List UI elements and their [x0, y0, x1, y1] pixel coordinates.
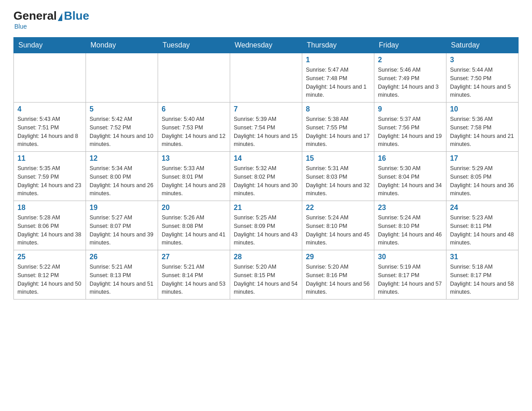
day-number: 27 [162, 253, 226, 261]
day-info: Sunrise: 5:20 AM Sunset: 8:16 PM Dayligh… [306, 263, 370, 296]
day-info: Sunrise: 5:19 AM Sunset: 8:17 PM Dayligh… [378, 263, 442, 296]
weekday-header-thursday: Thursday [302, 38, 374, 53]
day-number: 26 [90, 253, 154, 261]
calendar-cell: 9Sunrise: 5:37 AM Sunset: 7:56 PM Daylig… [374, 103, 446, 152]
calendar-cell: 26Sunrise: 5:21 AM Sunset: 8:13 PM Dayli… [86, 250, 158, 300]
calendar-cell: 6Sunrise: 5:40 AM Sunset: 7:53 PM Daylig… [158, 103, 230, 152]
calendar-cell: 12Sunrise: 5:34 AM Sunset: 8:00 PM Dayli… [86, 152, 158, 201]
logo-tagline: Blue [14, 23, 27, 30]
day-info: Sunrise: 5:18 AM Sunset: 8:17 PM Dayligh… [450, 263, 515, 296]
weekday-header-saturday: Saturday [446, 38, 519, 53]
calendar-cell: 18Sunrise: 5:28 AM Sunset: 8:06 PM Dayli… [14, 201, 86, 250]
calendar-cell: 30Sunrise: 5:19 AM Sunset: 8:17 PM Dayli… [374, 250, 446, 300]
day-number: 13 [162, 154, 226, 163]
calendar-cell: 8Sunrise: 5:38 AM Sunset: 7:55 PM Daylig… [302, 103, 374, 152]
day-info: Sunrise: 5:47 AM Sunset: 7:48 PM Dayligh… [306, 66, 370, 99]
day-number: 23 [378, 204, 442, 212]
day-number: 9 [378, 105, 442, 113]
calendar-cell: 24Sunrise: 5:23 AM Sunset: 8:11 PM Dayli… [446, 201, 519, 250]
day-info: Sunrise: 5:43 AM Sunset: 7:51 PM Dayligh… [17, 115, 82, 149]
day-info: Sunrise: 5:27 AM Sunset: 8:07 PM Dayligh… [90, 214, 154, 247]
day-number: 29 [306, 253, 370, 261]
calendar-cell: 15Sunrise: 5:31 AM Sunset: 8:03 PM Dayli… [302, 152, 374, 201]
day-number: 6 [162, 105, 226, 113]
calendar-cell: 1Sunrise: 5:47 AM Sunset: 7:48 PM Daylig… [302, 53, 374, 103]
day-info: Sunrise: 5:39 AM Sunset: 7:54 PM Dayligh… [234, 115, 298, 149]
calendar-cell: 31Sunrise: 5:18 AM Sunset: 8:17 PM Dayli… [446, 250, 519, 300]
day-info: Sunrise: 5:34 AM Sunset: 8:00 PM Dayligh… [90, 164, 154, 198]
calendar-cell: 2Sunrise: 5:46 AM Sunset: 7:49 PM Daylig… [374, 53, 446, 103]
day-info: Sunrise: 5:26 AM Sunset: 8:08 PM Dayligh… [162, 214, 226, 247]
day-info: Sunrise: 5:35 AM Sunset: 7:59 PM Dayligh… [17, 164, 82, 198]
calendar-cell: 11Sunrise: 5:35 AM Sunset: 7:59 PM Dayli… [14, 152, 86, 201]
day-number: 25 [17, 253, 82, 261]
calendar-cell [158, 53, 230, 103]
calendar: SundayMondayTuesdayWednesdayThursdayFrid… [13, 37, 519, 300]
day-info: Sunrise: 5:20 AM Sunset: 8:15 PM Dayligh… [234, 263, 298, 296]
week-row-3: 11Sunrise: 5:35 AM Sunset: 7:59 PM Dayli… [14, 152, 519, 201]
calendar-cell: 16Sunrise: 5:30 AM Sunset: 8:04 PM Dayli… [374, 152, 446, 201]
calendar-cell: 25Sunrise: 5:22 AM Sunset: 8:12 PM Dayli… [14, 250, 86, 300]
day-number: 1 [306, 56, 370, 64]
day-info: Sunrise: 5:40 AM Sunset: 7:53 PM Dayligh… [162, 115, 226, 149]
calendar-cell: 4Sunrise: 5:43 AM Sunset: 7:51 PM Daylig… [14, 103, 86, 152]
day-info: Sunrise: 5:25 AM Sunset: 8:09 PM Dayligh… [234, 214, 298, 247]
day-number: 21 [234, 204, 298, 212]
day-number: 12 [90, 154, 154, 163]
calendar-cell: 20Sunrise: 5:26 AM Sunset: 8:08 PM Dayli… [158, 201, 230, 250]
day-info: Sunrise: 5:46 AM Sunset: 7:49 PM Dayligh… [378, 66, 442, 99]
day-info: Sunrise: 5:28 AM Sunset: 8:06 PM Dayligh… [17, 214, 82, 247]
week-row-2: 4Sunrise: 5:43 AM Sunset: 7:51 PM Daylig… [14, 103, 519, 152]
calendar-cell: 14Sunrise: 5:32 AM Sunset: 8:02 PM Dayli… [230, 152, 302, 201]
weekday-header-wednesday: Wednesday [230, 38, 302, 53]
day-number: 10 [450, 105, 515, 113]
calendar-cell: 29Sunrise: 5:20 AM Sunset: 8:16 PM Dayli… [302, 250, 374, 300]
day-number: 22 [306, 204, 370, 212]
logo-general-text: General [13, 9, 57, 23]
day-info: Sunrise: 5:21 AM Sunset: 8:13 PM Dayligh… [90, 263, 154, 296]
calendar-cell: 10Sunrise: 5:36 AM Sunset: 7:58 PM Dayli… [446, 103, 519, 152]
weekday-header-row: SundayMondayTuesdayWednesdayThursdayFrid… [14, 38, 519, 53]
day-number: 30 [378, 253, 442, 261]
day-info: Sunrise: 5:24 AM Sunset: 8:10 PM Dayligh… [378, 214, 442, 247]
day-number: 20 [162, 204, 226, 212]
day-info: Sunrise: 5:44 AM Sunset: 7:50 PM Dayligh… [450, 66, 515, 99]
logo: General Blue Blue [13, 9, 89, 30]
day-number: 17 [450, 154, 515, 163]
day-number: 18 [17, 204, 82, 212]
day-info: Sunrise: 5:33 AM Sunset: 8:01 PM Dayligh… [162, 164, 226, 198]
calendar-cell: 21Sunrise: 5:25 AM Sunset: 8:09 PM Dayli… [230, 201, 302, 250]
day-info: Sunrise: 5:37 AM Sunset: 7:56 PM Dayligh… [378, 115, 442, 149]
day-number: 28 [234, 253, 298, 261]
day-number: 14 [234, 154, 298, 163]
day-info: Sunrise: 5:30 AM Sunset: 8:04 PM Dayligh… [378, 164, 442, 198]
day-info: Sunrise: 5:38 AM Sunset: 7:55 PM Dayligh… [306, 115, 370, 149]
calendar-cell [230, 53, 302, 103]
calendar-cell: 5Sunrise: 5:42 AM Sunset: 7:52 PM Daylig… [86, 103, 158, 152]
day-number: 7 [234, 105, 298, 113]
calendar-cell: 19Sunrise: 5:27 AM Sunset: 8:07 PM Dayli… [86, 201, 158, 250]
day-info: Sunrise: 5:22 AM Sunset: 8:12 PM Dayligh… [17, 263, 82, 296]
day-number: 5 [90, 105, 154, 113]
calendar-cell [14, 53, 86, 103]
day-info: Sunrise: 5:24 AM Sunset: 8:10 PM Dayligh… [306, 214, 370, 247]
calendar-cell: 28Sunrise: 5:20 AM Sunset: 8:15 PM Dayli… [230, 250, 302, 300]
day-info: Sunrise: 5:36 AM Sunset: 7:58 PM Dayligh… [450, 115, 515, 149]
calendar-cell: 22Sunrise: 5:24 AM Sunset: 8:10 PM Dayli… [302, 201, 374, 250]
weekday-header-friday: Friday [374, 38, 446, 53]
logo-blue-text: Blue [64, 9, 89, 23]
day-number: 4 [17, 105, 82, 113]
calendar-cell: 3Sunrise: 5:44 AM Sunset: 7:50 PM Daylig… [446, 53, 519, 103]
week-row-4: 18Sunrise: 5:28 AM Sunset: 8:06 PM Dayli… [14, 201, 519, 250]
calendar-cell: 23Sunrise: 5:24 AM Sunset: 8:10 PM Dayli… [374, 201, 446, 250]
logo-text: General Blue [13, 9, 89, 23]
day-info: Sunrise: 5:31 AM Sunset: 8:03 PM Dayligh… [306, 164, 370, 198]
day-number: 24 [450, 204, 515, 212]
calendar-cell: 13Sunrise: 5:33 AM Sunset: 8:01 PM Dayli… [158, 152, 230, 201]
day-number: 11 [17, 154, 82, 163]
day-number: 31 [450, 253, 515, 261]
header-area: General Blue Blue [13, 9, 519, 30]
day-info: Sunrise: 5:21 AM Sunset: 8:14 PM Dayligh… [162, 263, 226, 296]
day-number: 3 [450, 56, 515, 64]
weekday-header-monday: Monday [86, 38, 158, 53]
